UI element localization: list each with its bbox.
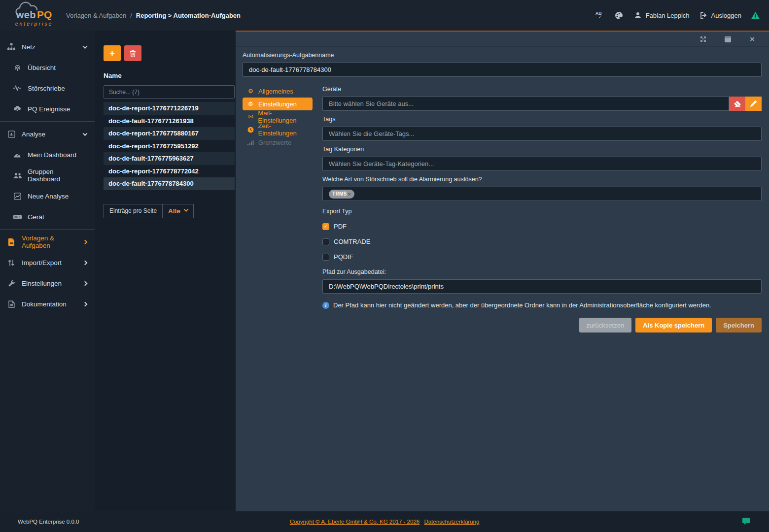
tags-input[interactable] <box>322 127 762 141</box>
save-as-copy-button[interactable]: Als Kopie speichern <box>635 318 712 332</box>
tab-allgemeines[interactable]: ⚙ Allgemeines <box>243 85 313 98</box>
tags-label: Tags <box>322 116 762 123</box>
edit-devices-button[interactable] <box>745 97 762 111</box>
logout-icon <box>699 10 708 20</box>
search-input[interactable] <box>104 85 235 99</box>
task-name-label: Automatisierungs-Aufgabenname <box>243 52 762 59</box>
chat-icon[interactable] <box>742 517 750 525</box>
add-task-button[interactable]: + <box>104 45 121 61</box>
device-icon <box>13 214 22 220</box>
sidebar-item-dokumentation[interactable]: Dokumentation <box>0 294 95 314</box>
tachometer-icon <box>13 152 22 158</box>
chevron-down-icon <box>183 207 188 212</box>
clear-devices-button[interactable] <box>729 97 745 111</box>
chevron-right-icon <box>83 301 88 306</box>
sidebar-item-neue-analyse[interactable]: Neue Analyse <box>0 186 95 206</box>
sidebar-item-pq-ereignisse[interactable]: PQ Ereignisse <box>0 99 95 119</box>
checkbox-icon <box>322 238 329 245</box>
arrows-icon <box>7 259 16 266</box>
remove-chip-icon[interactable]: × <box>348 191 351 197</box>
spellcheck-icon[interactable]: AB✓ <box>595 10 605 20</box>
sitemap-icon <box>7 43 16 51</box>
sidebar-item-geraet[interactable]: Gerät <box>0 206 95 227</box>
window-icon[interactable] <box>723 34 733 44</box>
sidebar-item-uebersicht[interactable]: Übersicht <box>0 57 95 78</box>
list-item[interactable]: doc-de-report-1776778772042 <box>104 165 235 178</box>
tab-zeit-einstellungen[interactable]: Zeit-Einstellungen <box>243 123 313 136</box>
list-item[interactable]: doc-de-report-1776771226719 <box>104 102 235 115</box>
logo-text-pq: PQ <box>37 9 52 21</box>
logout-label: Ausloggen <box>711 12 741 19</box>
sidebar-item-analyse[interactable]: Analyse <box>0 124 95 144</box>
sidebar-item-vorlagen-aufgaben[interactable]: Vorlagen & Aufgaben <box>0 232 95 252</box>
breadcrumb-current: Reporting > Automation-Aufgaben <box>136 12 241 19</box>
tag-categories-input[interactable] <box>322 157 762 171</box>
tab-einstellungen[interactable]: ⚙ Einstellungen <box>243 98 313 110</box>
sidebar-item-stoerschriebe[interactable]: Störschriebe <box>0 78 95 99</box>
waveform-icon <box>13 85 22 92</box>
info-icon: i <box>322 302 329 309</box>
sidebar-item-import-export[interactable]: Import/Export <box>0 252 95 273</box>
save-button[interactable]: Speichern <box>716 318 762 332</box>
delete-task-button[interactable] <box>124 45 141 61</box>
trigger-type-label: Welche Art von Störschrieb soll die Alar… <box>322 176 762 183</box>
breadcrumb: Vorlagen & Aufgaben / Reporting > Automa… <box>66 12 241 19</box>
file-icon <box>7 238 16 246</box>
breadcrumb-root[interactable]: Vorlagen & Aufgaben <box>66 12 126 19</box>
export-type-options: ✓ PDF COMTRADE PQDIF <box>322 223 762 261</box>
expand-icon[interactable] <box>698 34 708 44</box>
palette-icon[interactable] <box>614 10 624 20</box>
mail-icon: ✉ <box>247 113 254 120</box>
sidebar-item-mein-dashboard[interactable]: Mein Dashboard <box>0 144 95 165</box>
sidebar-item-einstellungen[interactable]: Einstellungen <box>0 273 95 294</box>
sidebar-item-label: Neue Analyse <box>28 193 87 200</box>
reset-button[interactable]: zurücksetzen <box>579 318 632 332</box>
settings-tabs: ⚙ Allgemeines ⚙ Einstellungen ✉ Mail-Ein… <box>243 85 313 332</box>
sidebar-item-netz[interactable]: Netz <box>0 36 95 57</box>
checkbox-pdf[interactable]: ✓ PDF <box>322 223 762 230</box>
tab-grenzwerte[interactable]: Grenzwerte <box>243 136 313 149</box>
sidebar-item-label: PQ Ereignisse <box>28 105 87 113</box>
alert-triangle-icon[interactable] <box>750 10 760 20</box>
per-page-select[interactable]: Alle <box>163 204 194 218</box>
app-header: webPQ enterprise Vorlagen & Aufgaben / R… <box>0 0 769 31</box>
list-item[interactable]: doc-de-fault-1776778784300 <box>104 177 235 190</box>
list-item[interactable]: doc-de-report-1776775951292 <box>104 140 235 153</box>
per-page-label: Einträge pro Seite <box>104 204 163 218</box>
chevron-right-icon <box>83 260 88 265</box>
cogs-icon: ⚙ <box>247 88 254 95</box>
sidebar-item-gruppen-dashboard[interactable]: Gruppen Dashboard <box>0 165 95 186</box>
user-menu[interactable]: Fabian Leppich <box>633 10 690 20</box>
output-path-input[interactable] <box>322 279 762 294</box>
chevron-right-icon <box>83 239 88 244</box>
chart-line-icon <box>13 193 22 200</box>
sidebar-divider <box>0 229 95 230</box>
list-item[interactable]: doc-de-report-1776775880167 <box>104 127 235 140</box>
signal-bars-icon <box>247 140 254 145</box>
sidebar-item-label: Netz <box>22 43 83 51</box>
sidebar-item-label: Gruppen Dashboard <box>28 168 87 183</box>
checkbox-comtrade[interactable]: COMTRADE <box>322 238 762 245</box>
logo-text-web: web <box>16 9 36 21</box>
cloud-bolt-icon <box>13 105 22 112</box>
trigger-type-input[interactable]: TRMS× <box>322 187 762 201</box>
list-column-header: Name <box>104 72 235 79</box>
app-footer: WebPQ Enterprise 0.0.0 Copyright © A. Eb… <box>0 511 769 532</box>
close-icon[interactable]: × <box>747 34 757 44</box>
checkbox-pqdif[interactable]: PQDIF <box>322 253 762 261</box>
output-path-label: Pfad zur Ausgabedatei: <box>322 268 762 275</box>
user-name: Fabian Leppich <box>646 12 690 19</box>
task-name-input[interactable] <box>243 63 762 77</box>
tab-mail-einstellungen[interactable]: ✉ Mail-Einstellungen <box>243 110 313 123</box>
list-item[interactable]: doc-de-fault-1776771261938 <box>104 115 235 128</box>
task-list: doc-de-report-1776771226719doc-de-fault-… <box>104 102 235 190</box>
sidebar-item-label: Analyse <box>22 131 83 138</box>
devices-input[interactable] <box>322 97 729 111</box>
sidebar-item-label: Mein Dashboard <box>28 151 87 159</box>
copyright-link[interactable]: Copyright © A. Eberle GmbH & Co. KG 2017… <box>290 519 420 525</box>
sidebar: Netz Übersicht Störschriebe PQ Ereigniss… <box>0 31 95 511</box>
list-item[interactable]: doc-de-fault-1776775963627 <box>104 152 235 165</box>
logout-button[interactable]: Ausloggen <box>699 10 741 20</box>
privacy-link[interactable]: Datenschutzerklärung <box>424 519 479 525</box>
trms-chip: TRMS× <box>329 190 354 199</box>
